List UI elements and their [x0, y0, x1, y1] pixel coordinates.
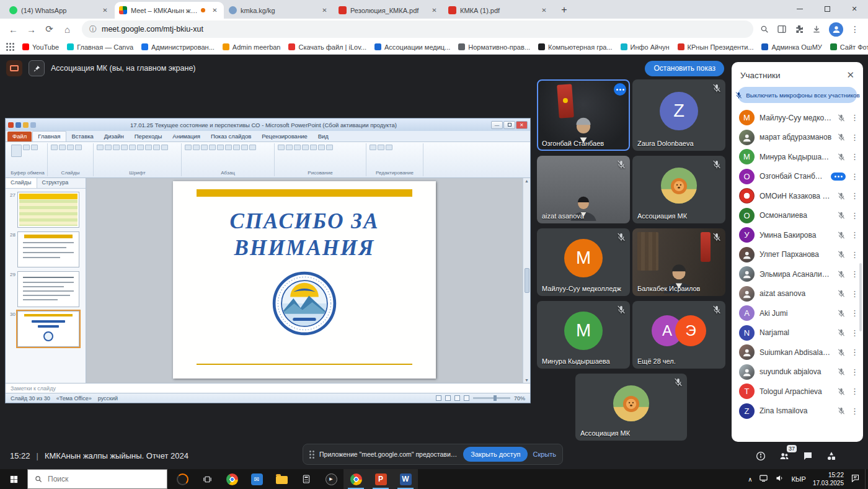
- drag-handle-icon[interactable]: [309, 451, 314, 459]
- ribbon-button[interactable]: [370, 145, 376, 150]
- ribbon-button[interactable]: [386, 145, 392, 150]
- mute-all-button[interactable]: Выключить микрофоны всех участников: [738, 87, 857, 103]
- activities-icon[interactable]: [826, 451, 837, 462]
- network-icon[interactable]: [759, 473, 768, 485]
- ribbon-button[interactable]: [59, 145, 66, 150]
- new-tab-button[interactable]: +: [556, 2, 572, 18]
- browser-menu-icon[interactable]: ⋮: [851, 24, 859, 34]
- participant-menu-icon[interactable]: ⋮: [851, 406, 858, 416]
- search-icon[interactable]: [760, 24, 769, 34]
- scroll-up-icon[interactable]: ▲: [525, 179, 529, 183]
- stop-presenting-button[interactable]: Остановить показ: [645, 61, 724, 76]
- start-button[interactable]: [0, 469, 27, 489]
- ribbon-button[interactable]: [153, 145, 160, 150]
- ribbon-button[interactable]: [217, 145, 224, 150]
- bookmark-item[interactable]: Нормативно-прав...: [458, 43, 530, 51]
- bookmark-item[interactable]: Ассоциации медиц...: [374, 43, 450, 51]
- bookmark-item[interactable]: Инфо Айчун: [621, 43, 670, 51]
- bookmark-item[interactable]: КРнын Президенти...: [678, 43, 754, 51]
- browser-tab[interactable]: КМКА (1).pdf✕: [444, 2, 553, 19]
- refresh-icon[interactable]: ⟳: [41, 21, 58, 38]
- ribbon-button[interactable]: [201, 145, 208, 150]
- close-button[interactable]: ✕: [841, 0, 868, 18]
- tray-expand-icon[interactable]: ∧: [748, 476, 752, 483]
- bookmark-item[interactable]: YouTube: [22, 43, 59, 51]
- video-tile[interactable]: aizat asanova: [537, 156, 630, 223]
- save-icon[interactable]: [16, 122, 21, 128]
- close-access-button[interactable]: Закрыть доступ: [463, 447, 528, 462]
- ribbon-button[interactable]: [294, 145, 301, 150]
- participant-menu-icon[interactable]: ⋮: [851, 113, 858, 122]
- scrollbar-thumb[interactable]: [525, 268, 529, 293]
- ribbon-button[interactable]: [310, 145, 317, 150]
- participants-icon[interactable]: 37: [779, 451, 790, 462]
- language-switcher[interactable]: КЫР: [791, 475, 805, 483]
- ribbon-button[interactable]: [97, 145, 104, 150]
- task-view-icon[interactable]: [195, 469, 219, 489]
- ribbon-button[interactable]: [51, 145, 58, 150]
- extensions-icon[interactable]: [794, 24, 804, 34]
- bookmark-item[interactable]: Главная — Canva: [67, 43, 133, 51]
- side-panel-icon[interactable]: [777, 24, 787, 34]
- info-icon[interactable]: [755, 451, 766, 462]
- reading-view-icon[interactable]: [454, 395, 460, 401]
- ribbon-button[interactable]: [241, 145, 248, 150]
- participant-menu-icon[interactable]: ⋮: [851, 133, 858, 142]
- forward-icon[interactable]: →: [23, 21, 40, 38]
- participant-menu-icon[interactable]: ⋮: [851, 211, 858, 220]
- downloads-icon[interactable]: [812, 24, 822, 34]
- ribbon-button[interactable]: [11, 145, 22, 157]
- video-tile[interactable]: MМайлуу-Суу медколледж: [537, 228, 630, 296]
- video-tile[interactable]: ZZaura Dolonbaeva: [632, 79, 725, 151]
- tab-close-icon[interactable]: ✕: [430, 6, 439, 15]
- ribbon-button[interactable]: [326, 145, 333, 150]
- tab-close-icon[interactable]: ✕: [100, 6, 110, 15]
- participant-menu-icon[interactable]: ⋮: [851, 172, 858, 181]
- bookmark-item[interactable]: Скачать файл | iLov...: [288, 43, 366, 51]
- ribbon-button[interactable]: [193, 145, 200, 150]
- browser-tab[interactable]: Meet – КМКАнын жалпы✕: [115, 2, 224, 19]
- video-tile[interactable]: Ассоциация МК: [632, 156, 725, 223]
- search-input[interactable]: [48, 475, 141, 483]
- ribbon-button[interactable]: [233, 145, 240, 150]
- bookmark-item[interactable]: Админка ОшМУ: [761, 43, 822, 51]
- bookmark-item[interactable]: Компьютерная гра...: [538, 43, 613, 51]
- video-tile[interactable]: AЭЕщё 28 чел.: [632, 301, 725, 369]
- chrome-icon[interactable]: [343, 469, 368, 489]
- ribbon-button[interactable]: [137, 145, 144, 150]
- zoom-slider[interactable]: [473, 397, 510, 399]
- ppt-scrollbar[interactable]: ▲ ▼: [523, 178, 530, 383]
- slide-thumbnail[interactable]: [17, 192, 79, 228]
- ribbon-button[interactable]: [302, 145, 309, 150]
- undo-icon[interactable]: [23, 122, 29, 128]
- ribbon-tab[interactable]: Показ слайдов: [206, 132, 256, 141]
- ribbon-tab[interactable]: Файл: [7, 132, 32, 141]
- profile-avatar[interactable]: [829, 22, 843, 37]
- participant-menu-icon[interactable]: ⋮: [851, 387, 858, 396]
- file-explorer-icon[interactable]: [269, 469, 294, 489]
- bookmark-item[interactable]: Сайт Фото: [830, 43, 868, 51]
- ribbon-button[interactable]: [209, 145, 216, 150]
- participant-menu-icon[interactable]: ⋮: [851, 269, 858, 279]
- ribbon-button[interactable]: [278, 145, 285, 150]
- browser-tab[interactable]: kmka.kg/kg✕: [224, 2, 334, 19]
- scroll-down-icon[interactable]: ▼: [525, 378, 529, 382]
- close-panel-icon[interactable]: ✕: [846, 70, 854, 81]
- minimize-button[interactable]: [786, 0, 813, 18]
- normal-view-icon[interactable]: [436, 395, 441, 401]
- blue-app-icon[interactable]: ✉: [244, 469, 269, 489]
- quick-access-toolbar[interactable]: [8, 122, 36, 128]
- ribbon-button[interactable]: [121, 145, 128, 150]
- video-tile[interactable]: MМинура Кыдыршаева: [537, 301, 630, 369]
- ppt-maximize-button[interactable]: [503, 121, 515, 129]
- browser-tab[interactable]: (14) WhatsApp✕: [5, 2, 114, 19]
- address-bar[interactable]: ⓘ meet.google.com/mtj-bkiu-xut: [82, 20, 753, 38]
- bookmark-item[interactable]: Администрирован...: [141, 43, 215, 51]
- ribbon-button[interactable]: [67, 145, 74, 150]
- slide-thumbnail[interactable]: [17, 231, 79, 267]
- ribbon-button[interactable]: [249, 145, 256, 150]
- ribbon-button[interactable]: [318, 145, 325, 150]
- ribbon-tab[interactable]: Рецензирование: [257, 132, 312, 141]
- apps-grid-icon[interactable]: [6, 43, 14, 51]
- participant-menu-icon[interactable]: ⋮: [851, 367, 858, 377]
